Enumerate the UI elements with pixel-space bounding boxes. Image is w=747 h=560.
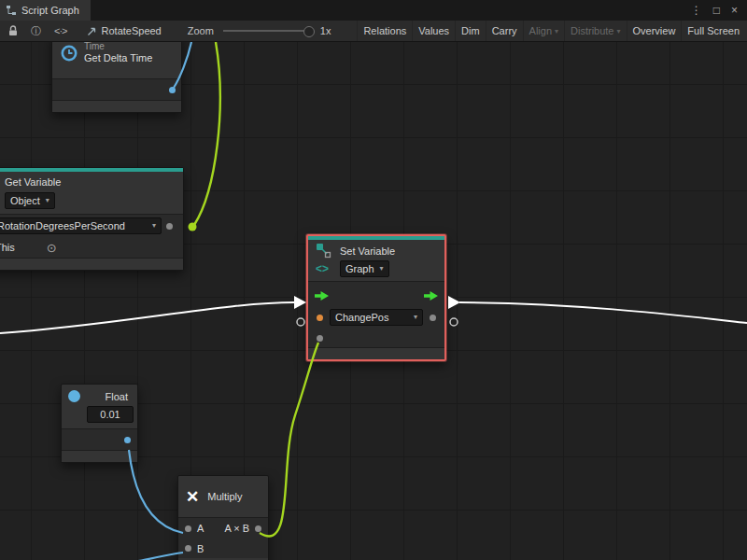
code-icon[interactable]: <·>: [48, 25, 74, 36]
node-float[interactable]: Float 0.01: [61, 384, 138, 463]
node-set-variable[interactable]: Set Variable <> Graph ▾ C: [306, 234, 446, 361]
zoom-slider-knob[interactable]: [303, 26, 315, 37]
graph-asset-name: RotateSpeed: [102, 25, 162, 36]
chevron-down-icon: ▾: [414, 311, 417, 324]
relations-button[interactable]: Relations: [357, 21, 412, 41]
port-input-value[interactable]: [317, 315, 323, 321]
port-a-label: A: [197, 523, 204, 534]
port-output-value[interactable]: [430, 315, 436, 321]
node-get-delta-time[interactable]: Time Get Delta Time: [51, 42, 182, 113]
graph-canvas[interactable]: Time Get Delta Time Get Variable Object …: [0, 42, 747, 560]
tab-script-graph[interactable]: Script Graph: [0, 0, 91, 21]
variable-kind-dropdown[interactable]: Object ▾: [5, 192, 55, 209]
port-output-result[interactable]: [255, 525, 261, 532]
clock-icon: [60, 44, 78, 64]
port-b-label: B: [197, 543, 204, 554]
lock-icon[interactable]: [2, 25, 24, 36]
maximize-icon[interactable]: □: [713, 4, 720, 17]
flow-input-arrow[interactable]: [315, 291, 329, 301]
tab-bar: Script Graph ⋮ □ ×: [0, 0, 747, 21]
node-footer: [62, 450, 137, 462]
zoom-value: 1x: [320, 25, 331, 36]
distribute-button: Distribute▾: [564, 21, 626, 41]
node-subtitle: Time: [84, 42, 174, 52]
carry-button[interactable]: Carry: [486, 21, 523, 41]
zoom-label: Zoom: [188, 25, 214, 36]
chevron-down-icon: ▾: [152, 219, 156, 232]
variable-icon: [316, 243, 340, 259]
align-button: Align▾: [523, 21, 564, 41]
float-value-field[interactable]: 0.01: [87, 406, 134, 423]
wire-blue-to-b[interactable]: [138, 553, 183, 560]
port-unconnected-left[interactable]: [297, 318, 304, 326]
node-title: Get Variable: [5, 175, 176, 190]
tab-title: Script Graph: [21, 5, 79, 16]
graph-toolbar: ⓘ <·> RotateSpeed Zoom 1x Relations Valu…: [0, 21, 747, 42]
port-output-float[interactable]: [124, 437, 131, 443]
node-title: Get Delta Time: [84, 52, 174, 63]
script-graph-icon: [6, 5, 17, 16]
node-footer: [52, 100, 181, 112]
close-icon[interactable]: ×: [731, 4, 738, 17]
wire-flow-right[interactable]: [459, 302, 747, 323]
window-menu-icon[interactable]: ⋮: [691, 4, 702, 17]
dim-button[interactable]: Dim: [455, 21, 486, 41]
port-input-extra[interactable]: [317, 335, 323, 342]
variable-kind-dropdown[interactable]: Graph ▾: [340, 260, 389, 277]
chevron-down-icon: ▾: [617, 27, 621, 35]
multiply-icon: ✕: [186, 487, 199, 507]
port-result-label: A × B: [224, 523, 249, 534]
port-input-a[interactable]: [185, 525, 191, 532]
node-get-variable[interactable]: Get Variable Object ▾ RotationDegreesPer…: [0, 167, 184, 271]
wire-green-top[interactable]: [194, 42, 220, 225]
wire-arrowhead-right: [448, 296, 460, 309]
node-footer: [0, 258, 183, 270]
wire-flow-left[interactable]: [0, 302, 294, 333]
zoom-slider[interactable]: [223, 30, 313, 32]
graph-asset-breadcrumb[interactable]: RotateSpeed: [87, 25, 162, 36]
chevron-down-icon: ▾: [46, 194, 49, 207]
target-icon[interactable]: ⊙: [47, 241, 57, 255]
info-icon[interactable]: ⓘ: [24, 24, 48, 38]
fullscreen-button[interactable]: Full Screen: [681, 21, 745, 41]
node-title: Float: [106, 391, 128, 402]
overview-button[interactable]: Overview: [627, 21, 682, 41]
node-multiply[interactable]: ✕ Multiply A A × B B: [177, 475, 269, 560]
angle-brackets-icon: <>: [316, 262, 340, 275]
chevron-down-icon: ▾: [555, 27, 558, 35]
chevron-down-icon: ▾: [380, 262, 384, 275]
port-output-get-variable[interactable]: [189, 223, 197, 231]
target-label: This: [0, 242, 15, 253]
values-button[interactable]: Values: [412, 21, 455, 41]
port-input-b[interactable]: [185, 545, 191, 552]
port-input-name[interactable]: [166, 223, 173, 230]
float-icon: [68, 390, 80, 402]
port-output-delta-time[interactable]: [169, 87, 176, 93]
graph-asset-icon: [87, 26, 97, 36]
variable-name-dropdown[interactable]: RotationDegreesPerSecond ▾: [0, 217, 162, 234]
wire-arrowhead-left: [294, 296, 306, 309]
node-title: Set Variable: [340, 245, 439, 257]
node-title: Multiply: [207, 491, 242, 502]
node-footer: [308, 347, 444, 359]
variable-name-dropdown[interactable]: ChangePos ▾: [330, 309, 423, 326]
flow-output-arrow[interactable]: [424, 291, 438, 301]
port-unconnected-right[interactable]: [450, 318, 458, 326]
